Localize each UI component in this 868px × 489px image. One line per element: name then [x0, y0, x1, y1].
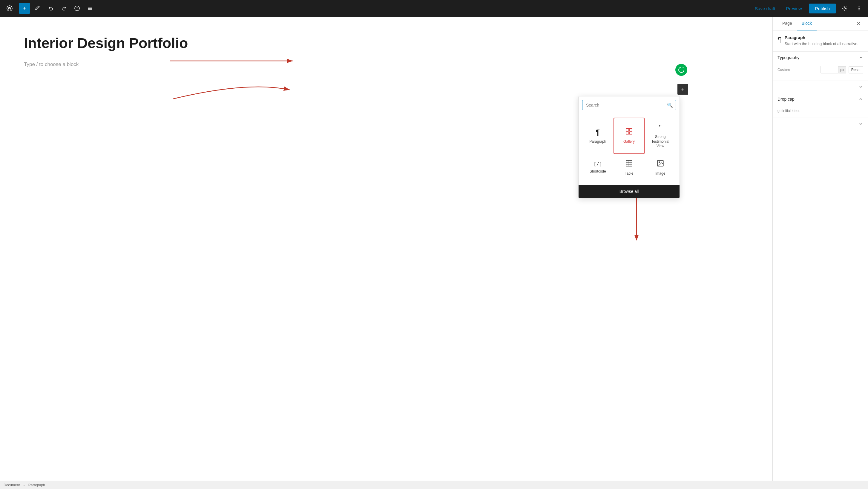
section-extra	[773, 118, 868, 130]
gallery-label: Gallery	[623, 139, 635, 144]
save-draft-button[interactable]: Save draft	[751, 4, 779, 13]
search-icon: 🔍	[667, 102, 673, 108]
svg-point-9	[859, 7, 859, 7]
breadcrumb-end: Paragraph	[28, 483, 45, 487]
tab-page[interactable]: Page	[777, 17, 797, 30]
info-button[interactable]	[72, 3, 83, 14]
typography-section-header[interactable]: Typography	[773, 52, 868, 64]
extra-section-header[interactable]	[773, 118, 868, 130]
editor-area: + Interior Design Portfolio Type / to ch…	[0, 17, 772, 489]
paragraph-block-icon: ¶	[777, 36, 781, 43]
undo-button[interactable]	[45, 3, 56, 14]
extra-chevron-icon	[859, 122, 863, 126]
publish-button[interactable]: Publish	[809, 4, 836, 13]
dropcap-section-content: ge initial letter.	[773, 105, 868, 118]
svg-rect-19	[626, 132, 629, 134]
font-size-input[interactable]	[820, 66, 838, 73]
svg-point-27	[659, 162, 659, 162]
svg-point-4	[77, 7, 78, 8]
inserter-item-strong-testimonial[interactable]: " Strong Testimonial View	[645, 118, 676, 154]
block-info-text: Paragraph Start with the building block …	[785, 35, 859, 46]
sidebar-tabs: Page Block ✕	[773, 17, 868, 30]
add-block-button[interactable]: +	[19, 3, 30, 14]
typography-section-content: Custom px Reset	[773, 64, 868, 80]
px-unit-label: px	[838, 66, 846, 73]
inserter-item-table[interactable]: Table	[614, 154, 645, 182]
svg-rect-17	[626, 128, 629, 131]
appearance-section-header[interactable]	[773, 81, 868, 93]
block-placeholder: Type / to choose a block	[24, 62, 748, 67]
settings-button[interactable]	[839, 3, 850, 14]
strong-testimonial-icon: "	[659, 123, 661, 132]
redo-button[interactable]	[59, 3, 69, 14]
svg-point-10	[859, 8, 859, 9]
inserter-search-input[interactable]	[582, 100, 676, 110]
custom-size-label: Custom	[777, 68, 790, 72]
breadcrumb-start: Document	[4, 483, 20, 487]
right-sidebar: Page Block ✕ ¶ Paragraph Start with the …	[772, 17, 868, 489]
status-bar: Document → Paragraph	[0, 481, 868, 489]
block-name: Paragraph	[785, 35, 859, 40]
block-info: ¶ Paragraph Start with the building bloc…	[773, 30, 868, 52]
gallery-icon	[625, 128, 633, 137]
strong-testimonial-label: Strong Testimonial View	[648, 135, 673, 149]
px-input-group: px	[820, 66, 846, 73]
toolbar-right: Save draft Preview Publish	[751, 3, 864, 14]
inserter-item-gallery[interactable]: Gallery	[614, 118, 645, 154]
svg-text:W: W	[8, 7, 11, 10]
svg-rect-21	[626, 160, 632, 166]
custom-size-row: Custom px Reset	[777, 66, 863, 73]
dropcap-section-header[interactable]: Drop cap	[773, 93, 868, 105]
breadcrumb-arrow: →	[22, 483, 26, 487]
svg-rect-20	[629, 132, 632, 134]
shortcode-label: Shortcode	[590, 169, 606, 174]
appearance-chevron-icon	[859, 85, 863, 89]
section-appearance	[773, 81, 868, 93]
drop-cap-note: ge initial letter.	[777, 109, 863, 113]
svg-point-8	[844, 8, 846, 9]
toolbar: W + Save draft Preview Publish	[0, 0, 868, 17]
block-description: Start with the building block of all nar…	[785, 41, 859, 46]
inserter-grid: ¶ Paragraph Gallery " Strong Testimonial…	[579, 114, 680, 185]
tab-block[interactable]: Block	[797, 17, 817, 30]
sidebar-close-button[interactable]: ✕	[854, 19, 863, 28]
inserter-item-image[interactable]: Image	[645, 154, 676, 182]
dropcap-label: Drop cap	[777, 97, 795, 101]
svg-rect-18	[629, 128, 632, 131]
image-icon	[656, 159, 664, 169]
typography-collapse-icon	[859, 55, 863, 60]
table-icon	[625, 159, 633, 169]
post-title: Interior Design Portfolio	[24, 35, 748, 52]
inserter-item-shortcode[interactable]: [/] Shortcode	[582, 154, 614, 182]
inserter-search-section: 🔍	[579, 96, 680, 114]
more-options-button[interactable]	[854, 3, 864, 14]
list-view-button[interactable]	[85, 3, 96, 14]
image-label: Image	[655, 171, 665, 176]
edit-button[interactable]	[32, 3, 43, 14]
table-label: Table	[625, 171, 633, 176]
editor-add-block-button[interactable]: +	[677, 84, 688, 95]
browse-all-button[interactable]: Browse all	[579, 185, 680, 198]
inserter-item-paragraph[interactable]: ¶ Paragraph	[582, 118, 614, 154]
typography-section: Typography Custom px Reset	[773, 52, 868, 81]
section-dropcap: Drop cap ge initial letter.	[773, 93, 868, 118]
svg-point-11	[859, 9, 859, 10]
main-layout: + Interior Design Portfolio Type / to ch…	[0, 17, 868, 489]
dropcap-chevron-icon	[859, 97, 863, 101]
reset-button[interactable]: Reset	[848, 66, 863, 73]
paragraph-label: Paragraph	[589, 139, 606, 144]
block-inserter-popup: 🔍 ¶ Paragraph Gallery "	[578, 96, 680, 198]
preview-button[interactable]: Preview	[782, 4, 805, 13]
paragraph-icon: ¶	[596, 128, 600, 137]
typography-label: Typography	[777, 55, 799, 60]
shortcode-icon: [/]	[593, 161, 602, 167]
wp-logo: W	[4, 2, 16, 14]
refresh-icon	[675, 64, 687, 76]
